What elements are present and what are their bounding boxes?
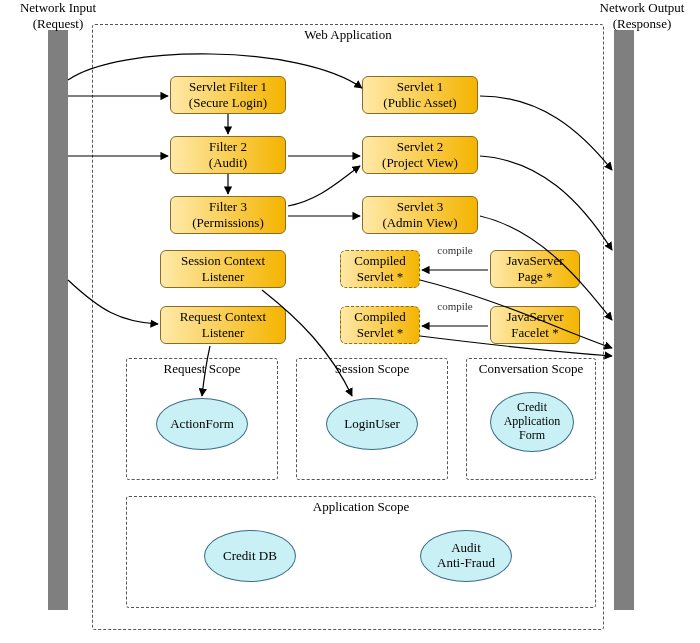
creditform-bean: CreditApplicationForm [490, 392, 574, 452]
actionform-bean: ActionForm [156, 398, 248, 450]
creditdb-bean: Credit DB [204, 530, 296, 582]
session-scope-title: Session Scope [297, 361, 447, 377]
session-listener-node: Session ContextListener [160, 250, 286, 288]
filter-2-node: Filter 2(Audit) [170, 136, 286, 174]
servlet-2-node: Servlet 2(Project View) [362, 136, 478, 174]
diagram-root: Network Input(Request) Network Output(Re… [0, 0, 700, 643]
web-application-title: Web Application [93, 27, 603, 43]
compile-label-2: compile [428, 300, 482, 312]
application-scope-title: Application Scope [127, 499, 595, 515]
filter-3-node: Filter 3(Permissions) [170, 196, 286, 234]
network-output-bar [614, 30, 634, 610]
loginuser-bean: LoginUser [326, 398, 418, 450]
application-scope-box: Application Scope [126, 496, 596, 608]
request-listener-node: Request ContextListener [160, 306, 286, 344]
servlet-3-node: Servlet 3(Admin View) [362, 196, 478, 234]
compiled-servlet-1-node: CompiledServlet * [340, 250, 420, 288]
filter-1-node: Servlet Filter 1(Secure Login) [170, 76, 286, 114]
servlet-1-node: Servlet 1(Public Asset) [362, 76, 478, 114]
conversation-scope-title: Conversation Scope [467, 361, 595, 377]
jsf-node: JavaServerFacelet * [490, 306, 580, 344]
jsp-node: JavaServerPage * [490, 250, 580, 288]
network-input-bar [48, 30, 68, 610]
audit-bean: AuditAnti-Fraud [420, 530, 512, 582]
request-scope-title: Request Scope [127, 361, 277, 377]
compiled-servlet-2-node: CompiledServlet * [340, 306, 420, 344]
compile-label-1: compile [428, 244, 482, 256]
